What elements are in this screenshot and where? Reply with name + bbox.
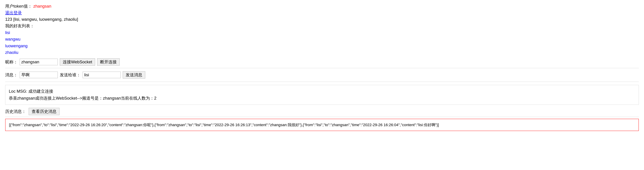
history-result-box: [{"from":"zhangsan","to":"lisi","time":"… [5, 119, 639, 131]
message-label: 消息： [5, 72, 18, 78]
nickname-input[interactable] [20, 59, 58, 65]
connect-section: 昵称： 连接WebSocket 断开连接 [5, 58, 639, 68]
send-message-button[interactable]: 发送消息 [123, 71, 145, 79]
disconnect-button[interactable]: 断开连接 [97, 58, 120, 66]
friend-link-luowengang[interactable]: luowengang [5, 43, 639, 49]
history-label: 历史消息： [5, 109, 26, 114]
user-token-line: 用户token值： zhangsan [5, 3, 639, 9]
nickname-label: 昵称： [5, 59, 18, 65]
logout-link[interactable]: 退出登录 [5, 10, 639, 15]
connect-websocket-button[interactable]: 连接WebSocket [60, 58, 95, 66]
log-line-1: Loc MSG: 成功建立连接 [9, 88, 635, 95]
friend-link-wangwu[interactable]: wangwu [5, 36, 639, 42]
log-box: Loc MSG: 成功建立连接 恭喜zhangsan成功连接上WebSocket… [5, 85, 639, 105]
history-section: 历史消息： 查看历史消息 [5, 108, 639, 117]
send-to-input[interactable] [83, 72, 121, 78]
friends-list: lisi wangwu luowengang zhaoliu [5, 29, 639, 56]
friends-id-line: 123 [lisi, wangwu, luowengang, zhaoliu] [5, 17, 639, 22]
view-history-button[interactable]: 查看历史消息 [29, 108, 60, 115]
friends-list-label: 我的好友列表： [5, 23, 639, 29]
message-input[interactable] [20, 72, 58, 78]
token-label: 用户token值： [5, 3, 32, 9]
token-value: zhangsan [33, 4, 51, 9]
send-to-label: 发送给谁： [60, 72, 80, 78]
friend-link-lisi[interactable]: lisi [5, 29, 639, 36]
friend-link-zhaoliu[interactable]: zhaoliu [5, 49, 639, 56]
message-section: 消息： 发送给谁： 发送消息 [5, 71, 639, 82]
log-line-2: 恭喜zhangsan成功连接上WebSocket-->频道号是：zhangsan… [9, 95, 635, 102]
